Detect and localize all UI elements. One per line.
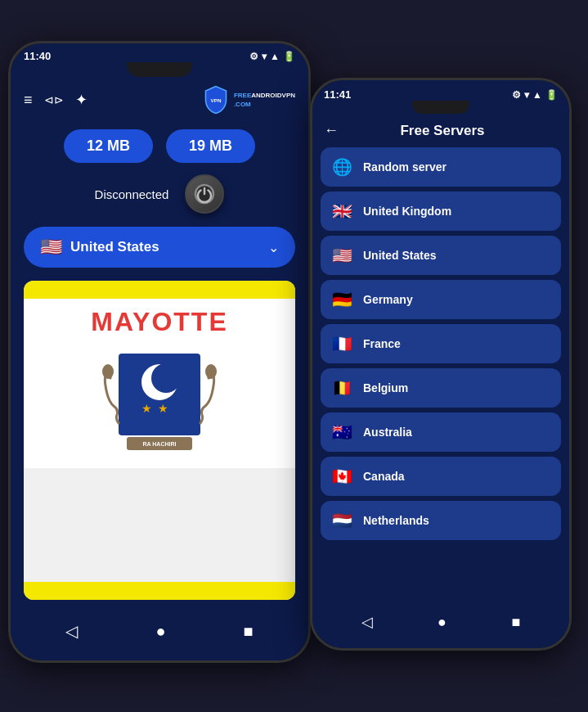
free-servers-title: Free Servers <box>347 123 558 139</box>
wifi-icon: ▲ <box>270 51 280 62</box>
server-name-us: United States <box>363 249 436 262</box>
recents-nav-front[interactable]: ■ <box>501 610 530 635</box>
yellow-stripe-top <box>24 281 295 299</box>
svg-text:★: ★ <box>141 402 152 415</box>
server-item-au[interactable]: 🇦🇺Australia <box>321 412 561 452</box>
upload-stat: 19 MB <box>166 129 255 163</box>
download-stat: 12 MB <box>64 129 153 163</box>
logo-area: VPN FREEANDROIDVPN .COM <box>201 85 295 115</box>
flag-nl: 🇳🇱 <box>332 511 353 530</box>
server-item-fr[interactable]: 🇫🇷France <box>321 324 561 363</box>
disconnected-label: Disconnected <box>95 187 169 201</box>
back-nav-front[interactable]: ◁ <box>352 609 383 635</box>
time-front: 11:41 <box>324 88 351 101</box>
server-name-be: Belgium <box>363 381 408 394</box>
menu-icon[interactable]: ≡ <box>24 92 33 109</box>
top-bar-left: ≡ ⊲⊳ ✦ <box>24 91 88 109</box>
back-arrow-btn[interactable]: ← <box>324 122 339 139</box>
flag-uk: 🇬🇧 <box>332 201 353 221</box>
svg-point-8 <box>205 364 217 379</box>
status-icons-front: ⚙ ▾ ▲ 🔋 <box>512 89 558 101</box>
battery-icon-front: 🔋 <box>545 89 558 101</box>
bottom-nav-front: ◁ ● ■ <box>312 602 569 648</box>
server-name-nl: Netherlands <box>363 514 429 527</box>
server-name-au: Australia <box>363 426 412 439</box>
mayotte-content: MAYOTTE ★ ★ <box>24 299 295 468</box>
svg-text:VPN: VPN <box>210 97 221 103</box>
front-phone: 11:41 ⚙ ▾ ▲ 🔋 ← Free Servers 🌐Random ser… <box>310 78 572 651</box>
yellow-stripe-bottom <box>24 582 295 600</box>
mayotte-emblem: ★ ★ RA HACHIRI <box>86 345 233 460</box>
country-selector[interactable]: 🇺🇸 United States ⌄ <box>24 227 295 268</box>
signal-icon: ▾ <box>262 51 267 62</box>
star-icon[interactable]: ✦ <box>75 91 88 109</box>
settings-icon-front: ⚙ <box>512 89 521 101</box>
server-name-uk: United Kingdom <box>363 205 451 218</box>
logo-text: FREEANDROIDVPN .COM <box>234 91 295 109</box>
status-icons-back: ⚙ ▾ ▲ 🔋 <box>249 51 295 62</box>
server-item-de[interactable]: 🇩🇪Germany <box>321 280 561 319</box>
server-item-us[interactable]: 🇺🇸United States <box>321 236 561 275</box>
battery-icon: 🔋 <box>283 51 295 62</box>
server-list: 🌐Random server🇬🇧United Kingdom🇺🇸United S… <box>312 144 569 602</box>
data-stats: 12 MB 19 MB <box>11 123 308 169</box>
svg-point-7 <box>102 364 114 379</box>
header-row: ← Free Servers <box>312 114 569 144</box>
back-nav-btn[interactable]: ◁ <box>54 616 89 646</box>
disconnect-row: Disconnected <box>11 169 308 222</box>
svg-text:★: ★ <box>158 402 168 415</box>
server-name-de: Germany <box>363 293 413 306</box>
top-bar: ≡ ⊲⊳ ✦ VPN FREEANDROIDVPN .COM <box>11 77 308 123</box>
globe-icon: 🌐 <box>332 157 353 177</box>
back-phone: 11:40 ⚙ ▾ ▲ 🔋 ≡ ⊲⊳ ✦ VPN FREEANDRO <box>8 41 311 663</box>
mayotte-title: MAYOTTE <box>91 307 228 337</box>
flag-be: 🇧🇪 <box>332 378 353 398</box>
home-nav-front[interactable]: ● <box>428 610 456 635</box>
share-icon[interactable]: ⊲⊳ <box>44 93 64 106</box>
flag-de: 🇩🇪 <box>332 290 353 309</box>
server-item-uk[interactable]: 🇬🇧United Kingdom <box>321 192 561 231</box>
home-nav-btn[interactable]: ● <box>144 617 177 646</box>
chevron-down-icon: ⌄ <box>268 240 279 255</box>
server-item-nl[interactable]: 🇳🇱Netherlands <box>321 501 561 540</box>
bottom-nav-back: ◁ ● ■ <box>11 608 308 660</box>
flag-ca: 🇨🇦 <box>332 466 353 486</box>
flag-fr: 🇫🇷 <box>332 334 353 354</box>
server-item-ca[interactable]: 🇨🇦Canada <box>321 457 561 496</box>
map-area: MAYOTTE ★ ★ <box>24 281 295 600</box>
flag-us: 🇺🇸 <box>332 246 353 265</box>
country-flag: 🇺🇸 <box>40 237 62 258</box>
country-name: United States <box>70 239 260 255</box>
notch-back <box>127 62 192 77</box>
server-name-fr: France <box>363 337 401 350</box>
server-item-random[interactable]: 🌐Random server <box>321 147 561 187</box>
notch-front <box>412 101 469 114</box>
svg-text:RA HACHIRI: RA HACHIRI <box>143 441 177 447</box>
time-back: 11:40 <box>24 50 51 62</box>
server-item-be[interactable]: 🇧🇪Belgium <box>321 368 561 408</box>
server-name-random: Random server <box>363 160 447 173</box>
settings-icon: ⚙ <box>249 51 258 62</box>
wifi-icon-front: ▲ <box>532 89 542 101</box>
recents-nav-btn[interactable]: ■ <box>231 617 264 646</box>
signal-icon-front: ▾ <box>524 89 529 101</box>
flag-au: 🇦🇺 <box>332 422 353 442</box>
svg-point-4 <box>151 363 181 393</box>
server-name-ca: Canada <box>363 470 405 483</box>
power-button[interactable] <box>185 174 224 214</box>
